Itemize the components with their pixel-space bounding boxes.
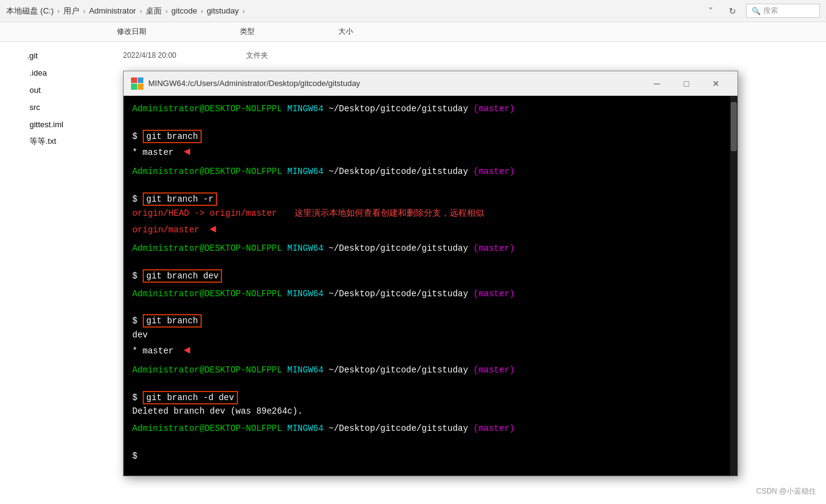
terminal-title: MINGW64:/c/Users/Administrator/Desktop/g… bbox=[148, 79, 643, 88]
terminal-block-2: Administrator@DESKTOP-NOLFPPL MINGW64 ~/… bbox=[132, 165, 721, 238]
arrow-2: ◄ bbox=[210, 223, 216, 235]
address-arrow-1: › bbox=[57, 7, 60, 15]
address-segment-admin[interactable]: Administrator bbox=[89, 6, 137, 15]
terminal-window: MINGW64:/c/Users/Administrator/Desktop/g… bbox=[123, 71, 738, 476]
file-name-idea: .idea bbox=[15, 68, 125, 77]
output-4-1: * master bbox=[132, 346, 173, 356]
annotation-2: 这里演示本地如何查看创建和删除分支，远程相似 bbox=[295, 208, 484, 218]
col-header-size[interactable]: 大小 bbox=[332, 26, 406, 37]
cmd-2: git branch -r bbox=[143, 192, 217, 206]
search-placeholder: 搜索 bbox=[763, 6, 778, 16]
address-arrow-2: › bbox=[83, 7, 85, 15]
terminal-scrollbar[interactable] bbox=[730, 96, 737, 476]
prompt-path-1: ~/Desktop/gitcode/gitstuday bbox=[328, 104, 468, 114]
address-segment-desktop[interactable]: 桌面 bbox=[146, 6, 162, 17]
terminal-app-icon bbox=[131, 77, 143, 90]
address-segment-users[interactable]: 用户 bbox=[63, 6, 79, 17]
address-segment-drive[interactable]: 本地磁盘 (C:) bbox=[6, 6, 54, 17]
prompt-branch-1: (master) bbox=[474, 104, 515, 114]
file-row-git[interactable]: .git 2022/4/18 20:00 文件夹 bbox=[12, 47, 826, 64]
search-box[interactable]: 🔍 搜索 bbox=[746, 4, 820, 18]
file-name-out: out bbox=[15, 85, 125, 95]
address-segment-gitstuday[interactable]: gitstuday bbox=[207, 6, 239, 15]
file-date-git: 2022/4/18 20:00 bbox=[123, 51, 246, 60]
search-icon: 🔍 bbox=[752, 7, 761, 15]
scrollbar-thumb[interactable] bbox=[731, 102, 737, 151]
address-arrow-4: › bbox=[165, 7, 168, 15]
prompt-user-1: Administrator@DESKTOP-NOLFPPL bbox=[132, 104, 282, 114]
file-explorer: 本地磁盘 (C:) › 用户 › Administrator › 桌面 › gi… bbox=[0, 0, 826, 504]
col-header-type[interactable]: 类型 bbox=[234, 26, 332, 37]
refresh-button[interactable]: ↻ bbox=[724, 2, 741, 20]
file-name-iml: gittest.iml bbox=[15, 120, 125, 129]
terminal-content[interactable]: Administrator@DESKTOP-NOLFPPL MINGW64 ~/… bbox=[124, 96, 730, 476]
output-4-0: dev bbox=[132, 330, 148, 340]
column-headers: 修改日期 类型 大小 bbox=[0, 22, 826, 42]
window-controls: ─ □ ✕ bbox=[643, 74, 730, 93]
cmd-4: git branch bbox=[143, 314, 202, 328]
watermark: CSDN @小蓝稳住 bbox=[756, 486, 816, 497]
file-name-src: src bbox=[15, 103, 125, 112]
terminal-titlebar: MINGW64:/c/Users/Administrator/Desktop/g… bbox=[124, 71, 737, 96]
address-bar: 本地磁盘 (C:) › 用户 › Administrator › 桌面 › gi… bbox=[0, 0, 826, 22]
prompt-shell-1: MINGW64 bbox=[287, 104, 324, 114]
file-type-git: 文件夹 bbox=[246, 50, 344, 61]
address-arrow-6: › bbox=[242, 7, 245, 15]
terminal-block-4: Administrator@DESKTOP-NOLFPPL MINGW64 ~/… bbox=[132, 287, 721, 360]
terminal-block-3: Administrator@DESKTOP-NOLFPPL MINGW64 ~/… bbox=[132, 242, 721, 283]
arrow-4: ◄ bbox=[184, 344, 191, 356]
address-bar-right: ˅ ↻ 🔍 搜索 bbox=[702, 2, 820, 20]
maximize-button[interactable]: □ bbox=[672, 74, 701, 93]
final-prompt: $ bbox=[132, 451, 137, 461]
address-arrow-5: › bbox=[201, 7, 203, 15]
terminal-block-5: Administrator@DESKTOP-NOLFPPL MINGW64 ~/… bbox=[132, 363, 721, 419]
dropdown-button[interactable]: ˅ bbox=[702, 2, 719, 20]
file-name-git: .git bbox=[12, 51, 123, 60]
address-segment-gitcode[interactable]: gitcode bbox=[172, 6, 197, 15]
col-header-date[interactable]: 修改日期 bbox=[111, 26, 234, 37]
output-1-0: * master bbox=[132, 148, 173, 157]
file-name-txt: 等等.txt bbox=[15, 136, 125, 147]
output-5-0: Deleted branch dev (was 89e264c). bbox=[132, 406, 303, 416]
address-arrow-3: › bbox=[140, 7, 142, 15]
output-2-1: origin/master bbox=[132, 225, 199, 235]
cmd-3: git branch dev bbox=[143, 269, 223, 283]
arrow-1: ◄ bbox=[184, 146, 191, 158]
minimize-button[interactable]: ─ bbox=[643, 74, 671, 93]
terminal-block-1: Administrator@DESKTOP-NOLFPPL MINGW64 ~/… bbox=[132, 102, 721, 161]
cmd-1: git branch bbox=[143, 130, 202, 143]
terminal-block-6: Administrator@DESKTOP-NOLFPPL MINGW64 ~/… bbox=[132, 422, 721, 463]
terminal-body: Administrator@DESKTOP-NOLFPPL MINGW64 ~/… bbox=[124, 96, 737, 476]
cmd-5: git branch -d dev bbox=[143, 391, 238, 404]
close-button[interactable]: ✕ bbox=[702, 74, 730, 93]
output-2-0: origin/HEAD -> origin/master bbox=[132, 208, 277, 218]
